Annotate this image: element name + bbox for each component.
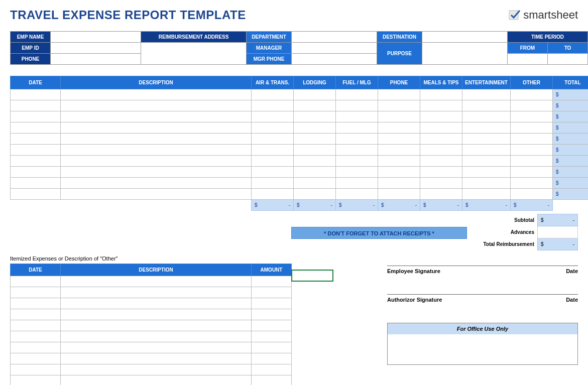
expense-cell[interactable] (511, 111, 553, 122)
department-field[interactable] (292, 32, 377, 43)
itemized-cell[interactable] (61, 309, 252, 320)
expense-cell[interactable] (252, 122, 294, 134)
expense-cell[interactable] (378, 122, 420, 134)
expense-cell[interactable] (420, 111, 462, 122)
itemized-cell[interactable] (11, 287, 61, 298)
expense-cell[interactable] (378, 111, 420, 122)
expense-cell[interactable] (11, 156, 61, 167)
expense-cell[interactable] (511, 189, 553, 200)
expense-cell[interactable] (61, 156, 252, 167)
itemized-cell[interactable] (252, 353, 292, 364)
expense-cell[interactable] (252, 111, 294, 122)
expense-cell[interactable] (252, 100, 294, 111)
destination-field[interactable] (422, 32, 508, 43)
expense-cell[interactable] (511, 100, 553, 111)
itemized-cell[interactable] (61, 287, 252, 298)
expense-cell[interactable] (462, 167, 511, 178)
itemized-cell[interactable] (252, 331, 292, 342)
expense-cell[interactable] (61, 167, 252, 178)
manager-field[interactable] (292, 43, 377, 54)
purpose-field[interactable] (422, 43, 508, 65)
itemized-cell[interactable] (11, 364, 61, 375)
expense-cell[interactable] (336, 134, 378, 145)
expense-cell[interactable] (462, 189, 511, 200)
expense-cell[interactable] (462, 89, 511, 100)
expense-cell[interactable] (511, 167, 553, 178)
expense-cell[interactable] (511, 89, 553, 100)
expense-cell[interactable] (11, 111, 61, 122)
expense-cell[interactable] (511, 145, 553, 156)
expense-cell[interactable] (61, 100, 252, 111)
expense-cell[interactable] (294, 100, 336, 111)
itemized-cell[interactable] (11, 375, 61, 386)
expense-cell[interactable] (462, 100, 511, 111)
itemized-cell[interactable] (11, 309, 61, 320)
itemized-cell[interactable] (252, 287, 292, 298)
expense-cell[interactable] (11, 134, 61, 145)
expense-cell[interactable] (420, 122, 462, 134)
itemized-cell[interactable] (252, 276, 292, 287)
expense-cell[interactable] (462, 145, 511, 156)
expense-cell[interactable] (420, 100, 462, 111)
itemized-cell[interactable] (61, 375, 252, 386)
from-field[interactable] (508, 54, 548, 65)
itemized-cell[interactable] (61, 364, 252, 375)
advances-value[interactable] (538, 226, 578, 238)
expense-cell[interactable] (336, 167, 378, 178)
expense-cell[interactable] (462, 134, 511, 145)
expense-cell[interactable] (462, 156, 511, 167)
expense-cell[interactable] (420, 189, 462, 200)
itemized-cell[interactable] (252, 364, 292, 375)
expense-cell[interactable] (11, 189, 61, 200)
expense-cell[interactable] (336, 111, 378, 122)
expense-cell[interactable] (511, 178, 553, 189)
expense-cell[interactable] (294, 178, 336, 189)
expense-cell[interactable] (420, 167, 462, 178)
expense-cell[interactable] (336, 89, 378, 100)
itemized-cell[interactable] (252, 342, 292, 353)
expense-cell[interactable] (294, 122, 336, 134)
expense-cell[interactable] (294, 189, 336, 200)
expense-cell[interactable] (294, 167, 336, 178)
itemized-cell[interactable] (61, 298, 252, 309)
itemized-cell[interactable] (11, 298, 61, 309)
itemized-cell[interactable] (11, 331, 61, 342)
mgr-phone-field[interactable] (292, 54, 377, 65)
expense-cell[interactable] (336, 100, 378, 111)
expense-cell[interactable] (61, 122, 252, 134)
expense-cell[interactable] (378, 189, 420, 200)
emp-name-field[interactable] (51, 32, 141, 43)
expense-cell[interactable] (378, 145, 420, 156)
expense-cell[interactable] (462, 178, 511, 189)
expense-cell[interactable] (336, 178, 378, 189)
expense-cell[interactable] (294, 156, 336, 167)
expense-cell[interactable] (252, 145, 294, 156)
phone-field[interactable] (51, 54, 141, 65)
expense-cell[interactable] (336, 145, 378, 156)
expense-cell[interactable] (61, 145, 252, 156)
expense-cell[interactable] (511, 134, 553, 145)
expense-cell[interactable] (11, 145, 61, 156)
expense-cell[interactable] (462, 111, 511, 122)
expense-cell[interactable] (511, 122, 553, 134)
itemized-cell[interactable] (61, 276, 252, 287)
expense-cell[interactable] (11, 100, 61, 111)
expense-cell[interactable] (252, 189, 294, 200)
expense-cell[interactable] (61, 189, 252, 200)
expense-cell[interactable] (61, 134, 252, 145)
expense-cell[interactable] (378, 178, 420, 189)
itemized-cell[interactable] (252, 309, 292, 320)
itemized-cell[interactable] (11, 353, 61, 364)
expense-cell[interactable] (11, 122, 61, 134)
expense-cell[interactable] (420, 134, 462, 145)
expense-cell[interactable] (252, 134, 294, 145)
expense-cell[interactable] (252, 156, 294, 167)
expense-cell[interactable] (378, 89, 420, 100)
expense-cell[interactable] (378, 156, 420, 167)
itemized-cell[interactable] (11, 342, 61, 353)
expense-cell[interactable] (336, 156, 378, 167)
expense-cell[interactable] (378, 167, 420, 178)
expense-cell[interactable] (11, 167, 61, 178)
office-use-body[interactable] (388, 334, 577, 364)
itemized-cell[interactable] (61, 331, 252, 342)
